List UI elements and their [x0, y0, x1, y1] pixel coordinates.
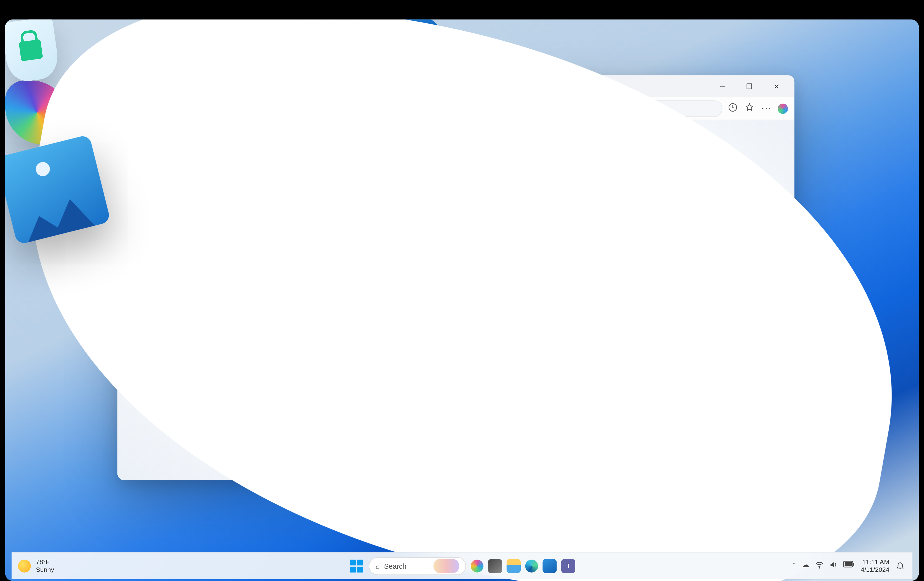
volume-icon[interactable]	[829, 560, 838, 571]
teams-icon[interactable]: T	[561, 559, 575, 573]
taskbar: 78°F Sunny ⌕ Search T ˄	[12, 552, 912, 579]
copilot-icon[interactable]	[778, 103, 788, 114]
store-icon[interactable]	[543, 559, 557, 573]
svg-point-3	[818, 568, 819, 568]
taskbar-clock[interactable]: 11:11 AM 4/11/2024	[861, 558, 889, 573]
more-icon[interactable]: ⋯	[761, 103, 771, 115]
file-explorer-icon[interactable]	[507, 559, 521, 573]
search-icon: ⌕	[376, 562, 380, 570]
taskbar-widgets[interactable]: 78°F Sunny	[12, 558, 54, 573]
favorites-icon[interactable]	[744, 102, 755, 115]
notifications-icon[interactable]	[896, 561, 905, 571]
clock-time: 11:11 AM	[861, 558, 889, 566]
edge-taskbar-icon[interactable]	[525, 559, 538, 572]
tray-chevron-icon[interactable]: ˄	[792, 562, 795, 569]
task-view-icon[interactable]	[488, 559, 502, 573]
onedrive-tray-icon[interactable]: ☁	[802, 560, 810, 571]
svg-rect-5	[844, 562, 851, 566]
desktop-wallpaper: Windows+Edge | Better togeth ✕ ＋ ─ ❐ ✕ ←…	[5, 20, 919, 581]
weather-condition: Sunny	[36, 566, 54, 573]
battery-icon[interactable]	[843, 560, 855, 571]
svg-rect-6	[853, 563, 854, 566]
weather-sun-icon	[18, 559, 31, 572]
search-label: Search	[384, 562, 406, 570]
minimize-button[interactable]: ─	[710, 77, 735, 95]
security-shield-icon	[5, 20, 60, 84]
copilot-logo-icon	[5, 81, 69, 145]
maximize-button[interactable]: ❐	[737, 77, 762, 95]
close-window-button[interactable]: ✕	[764, 77, 789, 95]
taskbar-search[interactable]: ⌕ Search	[369, 557, 466, 575]
wifi-icon[interactable]	[815, 560, 823, 571]
clock-date: 4/11/2024	[861, 566, 889, 573]
search-highlight-icon	[433, 559, 459, 573]
shopping-icon[interactable]	[728, 102, 738, 115]
start-button[interactable]	[349, 558, 364, 574]
copilot-taskbar-icon[interactable]	[471, 559, 483, 572]
weather-temp: 78°F	[36, 558, 54, 566]
system-tray[interactable]: ☁	[802, 560, 855, 571]
